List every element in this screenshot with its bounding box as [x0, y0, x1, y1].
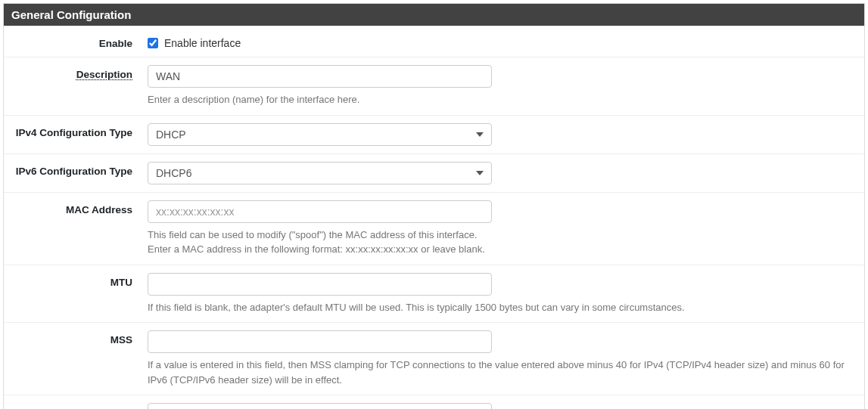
row-mac-address: MAC Address This field can be used to mo… — [4, 192, 864, 265]
mac-address-help: This field can be used to modify ("spoof… — [148, 228, 857, 257]
label-mtu: MTU — [11, 273, 148, 288]
row-mss: MSS If a value is entered in this field,… — [4, 322, 864, 395]
mss-input[interactable] — [148, 330, 492, 353]
general-configuration-panel: General Configuration Enable Enable inte… — [3, 3, 865, 409]
description-help: Enter a description (name) for the inter… — [148, 92, 857, 107]
label-speed-duplex: Speed and Duplex — [11, 403, 148, 409]
label-description: Description — [11, 65, 148, 80]
row-speed-duplex: Speed and Duplex Default (no preference,… — [4, 395, 864, 409]
row-ipv4-type: IPv4 Configuration Type DHCP — [4, 115, 864, 153]
mtu-input[interactable] — [148, 273, 492, 296]
description-input[interactable] — [148, 65, 492, 88]
speed-duplex-select[interactable]: Default (no preference, typically autose… — [148, 403, 492, 409]
mac-address-input[interactable] — [148, 200, 492, 223]
label-mac-address: MAC Address — [11, 200, 148, 215]
row-mtu: MTU If this field is blank, the adapter'… — [4, 265, 864, 323]
panel-title: General Configuration — [4, 4, 864, 26]
mtu-help: If this field is blank, the adapter's de… — [148, 300, 857, 315]
mss-help: If a value is entered in this field, the… — [148, 358, 857, 387]
label-enable: Enable — [11, 34, 148, 49]
label-ipv4-type: IPv4 Configuration Type — [11, 123, 148, 138]
row-ipv6-type: IPv6 Configuration Type DHCP6 — [4, 153, 864, 192]
label-mss: MSS — [11, 330, 148, 345]
ipv6-type-select[interactable]: DHCP6 — [148, 162, 492, 184]
row-description: Description Enter a description (name) f… — [4, 57, 864, 115]
label-ipv6-type: IPv6 Configuration Type — [11, 162, 148, 177]
ipv4-type-select[interactable]: DHCP — [148, 123, 492, 146]
enable-checkbox-label: Enable interface — [164, 37, 241, 49]
row-enable: Enable Enable interface — [4, 26, 864, 57]
enable-checkbox[interactable] — [148, 38, 158, 48]
